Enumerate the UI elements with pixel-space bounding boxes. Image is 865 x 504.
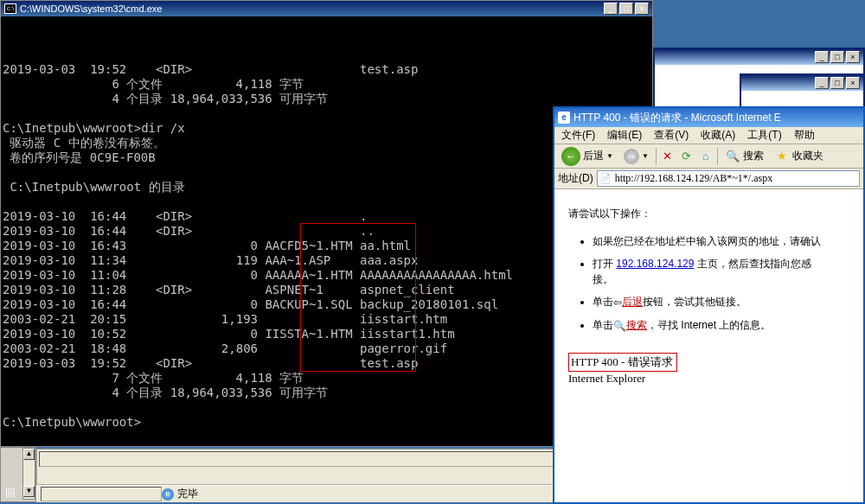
cmd-line: 4 个目录 18,964,033,536 可用字节 — [3, 92, 650, 106]
ie-window: e HTTP 400 - 错误的请求 - Microsoft Internet … — [553, 106, 865, 504]
close-button[interactable]: × — [846, 77, 860, 89]
maximize-button[interactable]: □ — [619, 3, 633, 15]
scroll-down-button[interactable]: ▼ — [23, 486, 35, 497]
chevron-down-icon: ▼ — [606, 152, 613, 160]
suggestion-item: 单击🔍搜索，寻找 Internet 上的信息。 — [593, 317, 849, 334]
search-icon: 🔍 — [725, 149, 740, 164]
forward-button[interactable]: → ▼ — [620, 147, 652, 166]
close-button[interactable]: × — [846, 51, 860, 63]
cmd-titlebar[interactable]: c:\ C:\WINDOWS\system32\cmd.exe _ □ × — [1, 1, 652, 16]
ie-menubar: 文件(F) 编辑(E) 查看(V) 收藏(A) 工具(T) 帮助 — [554, 127, 863, 144]
maximize-button[interactable]: □ — [830, 51, 844, 63]
back-arrow-icon: ← — [561, 147, 580, 166]
ie-titlebar[interactable]: e HTTP 400 - 错误的请求 - Microsoft Internet … — [554, 108, 863, 127]
search-icon: 🔍 — [613, 318, 626, 334]
menu-tools[interactable]: 工具(T) — [747, 128, 781, 143]
menu-edit[interactable]: 编辑(E) — [607, 128, 642, 143]
globe-icon: e — [162, 488, 174, 501]
chevron-down-icon: ▼ — [642, 152, 649, 160]
menu-help[interactable]: 帮助 — [794, 128, 815, 143]
cmd-line: 6 个文件 4,118 字节 — [3, 77, 650, 92]
ie-title-text: HTTP 400 - 错误的请求 - Microsoft Internet E — [573, 111, 781, 125]
forward-arrow-icon: → — [624, 149, 639, 164]
statusbar-left: e 完毕 — [36, 485, 553, 502]
suggestion-item: 单击⇦后退按钮，尝试其他链接。 — [593, 294, 849, 310]
ie-label: Internet Explorer — [568, 372, 645, 385]
minimize-button[interactable]: _ — [815, 77, 829, 89]
maximize-button[interactable]: □ — [830, 77, 844, 89]
back-button[interactable]: ← 后退 ▼ — [558, 145, 617, 168]
status-text-left: 完毕 — [177, 487, 198, 501]
recycle-label: 回 — [5, 486, 16, 501]
ie-toolbar: ← 后退 ▼ → ▼ ✕ ⟳ ⌂ 🔍 搜索 ★ 收藏夹 — [554, 144, 863, 169]
suggestion-item: 打开 192.168.124.129 主页，然后查找指向您感接。 — [593, 256, 849, 287]
address-input[interactable] — [597, 170, 860, 187]
cmd-title-text: C:\WINDOWS\system32\cmd.exe — [20, 3, 162, 14]
page-icon: 📄 — [599, 173, 612, 185]
suggestion-item: 如果您已经在地址栏中输入该网页的地址，请确认 — [593, 233, 849, 249]
home-button[interactable]: ⌂ — [698, 149, 714, 164]
menu-view[interactable]: 查看(V) — [654, 128, 689, 143]
ie-icon: e — [558, 112, 570, 124]
menu-favorites[interactable]: 收藏(A) — [701, 128, 735, 143]
scroll-up-button[interactable]: ▲ — [23, 449, 35, 460]
favorites-button[interactable]: ★ 收藏夹 — [771, 147, 827, 166]
search-button[interactable]: 🔍 搜索 — [721, 147, 767, 166]
cmd-line: 2019-03-03 19:52 <DIR> test.asp — [3, 62, 650, 77]
cmd-icon: c:\ — [4, 3, 16, 14]
minimize-button[interactable]: _ — [604, 3, 618, 15]
close-button[interactable]: × — [635, 3, 649, 15]
back-arrow-icon: ⇦ — [613, 295, 622, 310]
homepage-link[interactable]: 192.168.124.129 — [616, 258, 694, 270]
ie-addressbar: 地址(D) 📄 — [554, 169, 863, 189]
address-label: 地址(D) — [558, 171, 593, 186]
menu-file[interactable]: 文件(F) — [561, 128, 595, 143]
minimize-button[interactable]: _ — [815, 51, 829, 63]
back-link[interactable]: 后退 — [622, 296, 643, 308]
http-400-label: HTTP 400 - 错误请求 — [568, 353, 677, 372]
try-ops-heading: 请尝试以下操作： — [568, 207, 849, 221]
stop-button[interactable]: ✕ — [660, 149, 676, 164]
refresh-button[interactable]: ⟳ — [679, 149, 695, 164]
search-link[interactable]: 搜索 — [626, 319, 647, 331]
star-icon: ★ — [774, 149, 790, 164]
ie-page-content: 请尝试以下操作： 如果您已经在地址栏中输入该网页的地址，请确认 打开 192.1… — [554, 189, 863, 483]
